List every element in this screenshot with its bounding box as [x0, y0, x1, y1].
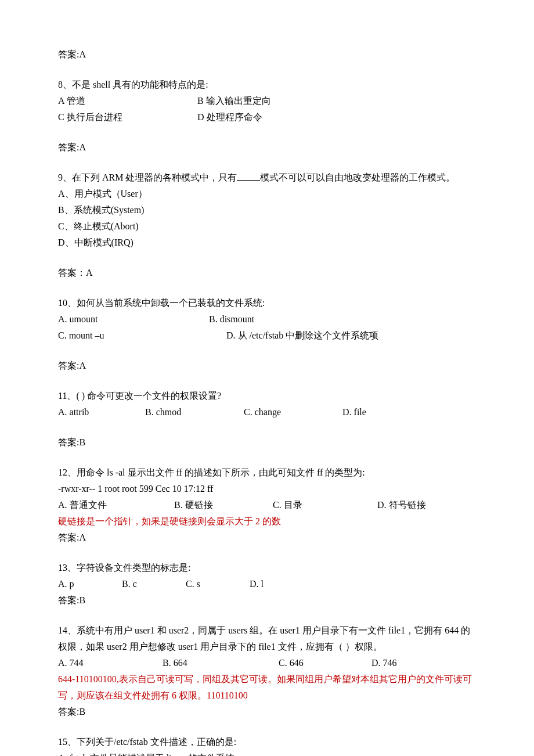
answer-8: 答案:A	[58, 139, 476, 156]
option-9C: C、终止模式(Abort)	[58, 218, 476, 235]
option-12D: D. 符号链接	[377, 497, 426, 513]
question-11-stem: 11、( ) 命令可更改一个文件的权限设置?	[58, 388, 476, 404]
option-8C: C 执行后台进程	[58, 109, 197, 125]
option-10C: C. mount –u	[58, 327, 226, 344]
option-11A: A. attrib	[58, 404, 145, 420]
option-9A: A、用户模式（User）	[58, 186, 476, 202]
option-13D: D. l	[250, 576, 264, 592]
option-9D: D、中断模式(IRQ)	[58, 235, 476, 251]
option-11C: C. change	[244, 404, 342, 420]
question-14-options: A. 744 B. 664 C. 646 D. 746	[58, 655, 476, 671]
option-14A: A. 744	[58, 655, 163, 671]
answer-13: 答案:B	[58, 592, 476, 609]
option-12C: C. 目录	[273, 497, 377, 513]
question-10-stem: 10、如何从当前系统中卸载一个已装载的文件系统:	[58, 295, 476, 311]
option-8A: A 管道	[58, 93, 197, 109]
option-14B: B. 664	[163, 655, 279, 671]
option-13C: C. s	[186, 576, 250, 592]
answer-12: 答案:A	[58, 530, 476, 546]
question-11-options: A. attrib B. chmod C. change D. file	[58, 404, 476, 420]
question-8-stem: 8、不是 shell 具有的功能和特点的是:	[58, 77, 476, 93]
question-12-stem: 12、用命令 ls -al 显示出文件 ff 的描述如下所示，由此可知文件 ff…	[58, 465, 476, 481]
question-14-stem: 14、系统中有用户 user1 和 user2，同属于 users 组。在 us…	[58, 622, 476, 655]
option-12B: B. 硬链接	[174, 497, 273, 513]
option-14C: C. 646	[279, 655, 371, 671]
option-10B: B. dismount	[209, 311, 254, 327]
answer-9: 答案：A	[58, 265, 476, 281]
option-10D: D. 从 /etc/fstab 中删除这个文件系统项	[226, 327, 378, 344]
answer-10: 答案:A	[58, 358, 476, 374]
answer-7: 答案:A	[58, 46, 476, 63]
option-14D: D. 746	[371, 655, 397, 671]
question-8-options-row1: A 管道 B 输入输出重定向	[58, 93, 476, 109]
question-13-stem: 13、字符设备文件类型的标志是:	[58, 560, 476, 576]
question-13-options: A. p B. c C. s D. l	[58, 576, 476, 592]
question-10-options-row1: A. umount B. dismount	[58, 311, 476, 327]
option-11B: B. chmod	[145, 404, 244, 420]
option-11D: D. file	[342, 404, 366, 420]
question-12-options: A. 普通文件 B. 硬链接 C. 目录 D. 符号链接	[58, 497, 476, 513]
q9-stem-pre: 9、在下列 ARM 处理器的各种模式中，只有	[58, 172, 237, 182]
question-9-stem: 9、在下列 ARM 处理器的各种模式中，只有模式不可以可以自由地改变处理器的工作…	[58, 170, 476, 186]
question-15-stem: 15、下列关于/etc/fstab 文件描述，正确的是:	[58, 734, 476, 750]
option-13A: A. p	[58, 576, 122, 592]
answer-14: 答案:B	[58, 704, 476, 720]
answer-11: 答案:B	[58, 434, 476, 451]
question-12-listing: -rwxr-xr-- 1 root root 599 Cec 10 17:12 …	[58, 481, 476, 497]
option-8B: B 输入输出重定向	[197, 93, 271, 109]
option-15A: A. fstab 文件只能描述属于 linux 的文件系统	[58, 750, 476, 756]
question-12-note: 硬链接是一个指针，如果是硬链接则会显示大于 2 的数	[58, 513, 476, 530]
question-14-note: 644-110100100,表示自己可读可写，同组及其它可读。如果同组用户希望对…	[58, 671, 476, 704]
q9-stem-post: 模式不可以可以自由地改变处理器的工作模式。	[260, 172, 455, 182]
question-8-options-row2: C 执行后台进程 D 处理程序命令	[58, 109, 476, 125]
option-13B: B. c	[122, 576, 186, 592]
question-10-options-row2: C. mount –u D. 从 /etc/fstab 中删除这个文件系统项	[58, 327, 476, 344]
option-8D: D 处理程序命令	[197, 109, 262, 125]
option-9B: B、系统模式(System)	[58, 202, 476, 218]
option-10A: A. umount	[58, 311, 209, 327]
q9-blank	[237, 180, 260, 181]
option-12A: A. 普通文件	[58, 497, 174, 513]
